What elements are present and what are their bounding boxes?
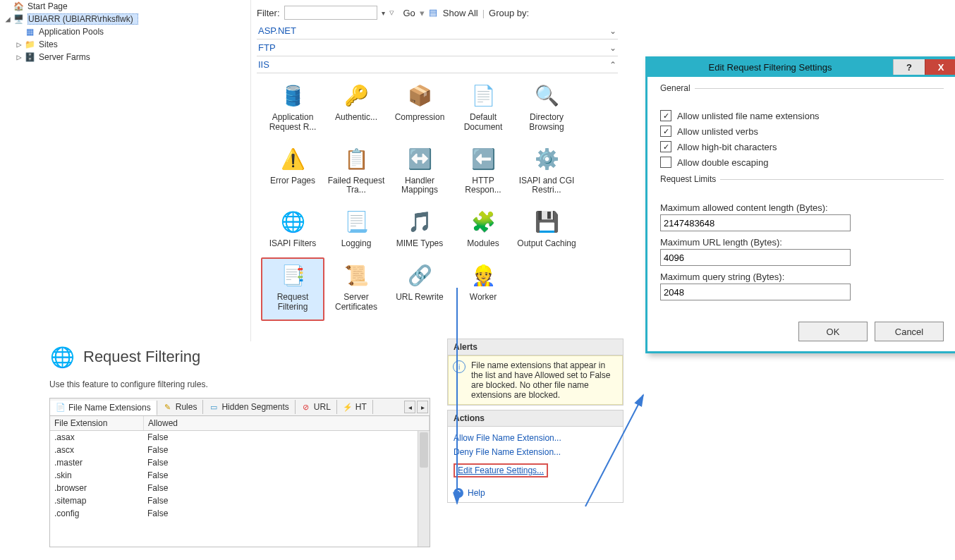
server-icon: 🖥️ bbox=[12, 13, 25, 25]
feature-label: ISAPI and CGI Restri... bbox=[517, 176, 576, 196]
feature-icon: 🔗 bbox=[406, 262, 434, 290]
fieldset-general: General ✓ Allow unlisted file name exten… bbox=[660, 88, 944, 168]
checkbox-allow-double-escaping[interactable]: Allow double escaping bbox=[660, 157, 944, 168]
feature-output-caching[interactable]: 💾Output Caching bbox=[515, 204, 578, 257]
feature-server-certificates[interactable]: 📜Server Certificates bbox=[324, 257, 388, 321]
feature-request-filtering[interactable]: 📑Request Filtering bbox=[261, 257, 324, 321]
feature-application-request-r[interactable]: 🛢️Application Request R... bbox=[261, 78, 324, 141]
cancel-button[interactable]: Cancel bbox=[875, 322, 944, 341]
chevron-down-icon: ⌄ bbox=[609, 26, 616, 36]
go-label: Go bbox=[403, 8, 415, 18]
feature-worker[interactable]: 👷Worker bbox=[451, 257, 515, 321]
tree-app-pools[interactable]: ▦ Application Pools bbox=[4, 25, 236, 38]
feature-label: Error Pages bbox=[270, 176, 315, 186]
rf-header: 🌐 Request Filtering bbox=[49, 344, 430, 370]
expander-icon[interactable]: ◢ bbox=[4, 14, 12, 24]
tab-rules[interactable]: ✎ Rules bbox=[157, 400, 204, 414]
feature-http-respon[interactable]: ⬅️HTTP Respon... bbox=[451, 141, 515, 205]
cell-extension: .browser bbox=[50, 482, 143, 494]
feature-authentic[interactable]: 🔑Authentic... bbox=[324, 78, 388, 141]
chevron-down-icon: ⌄ bbox=[609, 43, 616, 53]
checkbox-allow-unlisted-verbs[interactable]: ✓ Allow unlisted verbs bbox=[660, 126, 944, 137]
showall-icon: ▤ bbox=[429, 7, 440, 18]
dialog-titlebar[interactable]: Edit Request Filtering Settings ? X bbox=[647, 57, 955, 77]
checkbox-icon: ✓ bbox=[660, 141, 671, 152]
feature-icon: 📄 bbox=[469, 82, 497, 110]
home-icon: 🏠 bbox=[12, 1, 25, 12]
action-help[interactable]: ? Help bbox=[454, 484, 617, 498]
feature-icon: 📜 bbox=[342, 262, 370, 290]
tab-http-verbs[interactable]: ⚡ HT bbox=[337, 400, 373, 414]
action-allow-extension[interactable]: Allow File Name Extension... bbox=[454, 431, 617, 445]
vertical-scrollbar[interactable] bbox=[418, 431, 430, 547]
edit-request-filtering-dialog: Edit Request Filtering Settings ? X Gene… bbox=[645, 56, 955, 353]
table-row[interactable]: .browserFalse bbox=[50, 482, 430, 494]
go-button[interactable]: ▿ Go bbox=[389, 7, 415, 18]
tab-scroll-right[interactable]: ▸ bbox=[417, 401, 428, 413]
tree-server-node[interactable]: ◢ 🖥️ UBIARR (UBIARR\rhksflwk) bbox=[4, 13, 236, 25]
feature-isapi-filters[interactable]: 🌐ISAPI Filters bbox=[261, 204, 324, 257]
input-max-query-string[interactable] bbox=[660, 284, 851, 300]
cell-extension: .ascx bbox=[50, 444, 143, 456]
feature-mime-types[interactable]: 🎵MIME Types bbox=[388, 204, 451, 257]
feature-icon: 📋 bbox=[342, 145, 370, 174]
feature-modules[interactable]: 🧩Modules bbox=[451, 204, 515, 257]
tab-scroll-left[interactable]: ◂ bbox=[404, 401, 415, 413]
table-row[interactable]: .configFalse bbox=[50, 507, 430, 520]
tree-server-farms[interactable]: ▷ 🗄️ Server Farms bbox=[4, 51, 236, 63]
expander-icon[interactable]: ▷ bbox=[15, 52, 23, 62]
tree-label: Start Page bbox=[28, 1, 68, 11]
request-filtering-panel: 🌐 Request Filtering Use this feature to … bbox=[49, 344, 430, 547]
column-header-extension[interactable]: File Extension bbox=[50, 416, 144, 430]
checkbox-allow-high-bit[interactable]: ✓ Allow high-bit characters bbox=[660, 141, 944, 152]
tab-label: HT bbox=[355, 402, 367, 412]
feature-failed-request-tra[interactable]: 📋Failed Request Tra... bbox=[324, 141, 388, 205]
feature-label: Default Document bbox=[454, 113, 513, 133]
groupby-dropdown[interactable]: Group by: bbox=[489, 8, 529, 18]
tab-hidden-segments[interactable]: ▭ Hidden Segments bbox=[203, 400, 295, 414]
dialog-close-button[interactable]: X bbox=[925, 59, 955, 75]
feature-handler-mappings[interactable]: ↔️Handler Mappings bbox=[388, 141, 451, 205]
action-edit-feature-settings[interactable]: Edit Feature Settings... bbox=[454, 463, 548, 477]
dropdown-icon[interactable]: ▾ bbox=[382, 9, 385, 17]
table-row[interactable]: .masterFalse bbox=[50, 456, 430, 469]
category-iis[interactable]: IIS ⌃ bbox=[257, 56, 618, 73]
feature-isapi-and-cgi-restri[interactable]: ⚙️ISAPI and CGI Restri... bbox=[515, 141, 578, 205]
feature-default-document[interactable]: 📄Default Document bbox=[451, 78, 515, 141]
category-ftp[interactable]: FTP ⌄ bbox=[257, 39, 618, 56]
features-panel: Filter: ▾ ▿ Go ▾ ▤ Show All | Group by: … bbox=[250, 0, 624, 341]
category-aspnet[interactable]: ASP.NET ⌄ bbox=[257, 23, 618, 39]
table-row[interactable]: .ascxFalse bbox=[50, 444, 430, 456]
dialog-title: Edit Request Filtering Settings bbox=[647, 62, 893, 73]
tab-file-name-extensions[interactable]: 📄 File Name Extensions bbox=[50, 401, 157, 415]
dialog-help-button[interactable]: ? bbox=[893, 59, 925, 75]
feature-label: Worker bbox=[470, 293, 497, 303]
tree-sites[interactable]: ▷ 📁 Sites bbox=[4, 38, 236, 51]
feature-compression[interactable]: 📦Compression bbox=[388, 78, 451, 141]
filter-input[interactable] bbox=[284, 6, 377, 20]
input-max-url-length[interactable] bbox=[660, 249, 851, 266]
tree-start-page[interactable]: 🏠 Start Page bbox=[4, 0, 236, 13]
feature-url-rewrite[interactable]: 🔗URL Rewrite bbox=[388, 257, 451, 321]
input-max-content-length[interactable] bbox=[660, 214, 851, 231]
action-deny-extension[interactable]: Deny File Name Extension... bbox=[454, 445, 617, 459]
cell-allowed: False bbox=[143, 456, 430, 469]
table-row[interactable]: .asaxFalse bbox=[50, 431, 430, 444]
help-label: Help bbox=[468, 488, 485, 498]
feature-error-pages[interactable]: ⚠️Error Pages bbox=[261, 141, 324, 205]
table-row[interactable]: .skinFalse bbox=[50, 469, 430, 482]
tab-url[interactable]: ⊘ URL bbox=[296, 400, 337, 414]
feature-label: ISAPI Filters bbox=[269, 239, 317, 249]
filter-label: Filter: bbox=[257, 8, 280, 18]
expander-icon[interactable]: ▷ bbox=[15, 39, 23, 49]
checkbox-allow-unlisted-extensions[interactable]: ✓ Allow unlisted file name extensions bbox=[660, 110, 944, 121]
table-row[interactable]: .sitemapFalse bbox=[50, 494, 430, 507]
column-header-allowed[interactable]: Allowed bbox=[144, 416, 430, 430]
ok-button[interactable]: OK bbox=[798, 322, 868, 341]
feature-label: Authentic... bbox=[335, 113, 377, 123]
feature-icon: 💾 bbox=[533, 208, 561, 236]
feature-directory-browsing[interactable]: 🔍Directory Browsing bbox=[515, 78, 578, 141]
showall-button[interactable]: ▤ Show All bbox=[429, 7, 478, 18]
feature-logging[interactable]: 📃Logging bbox=[324, 204, 388, 257]
feature-icon: 👷 bbox=[469, 262, 497, 290]
